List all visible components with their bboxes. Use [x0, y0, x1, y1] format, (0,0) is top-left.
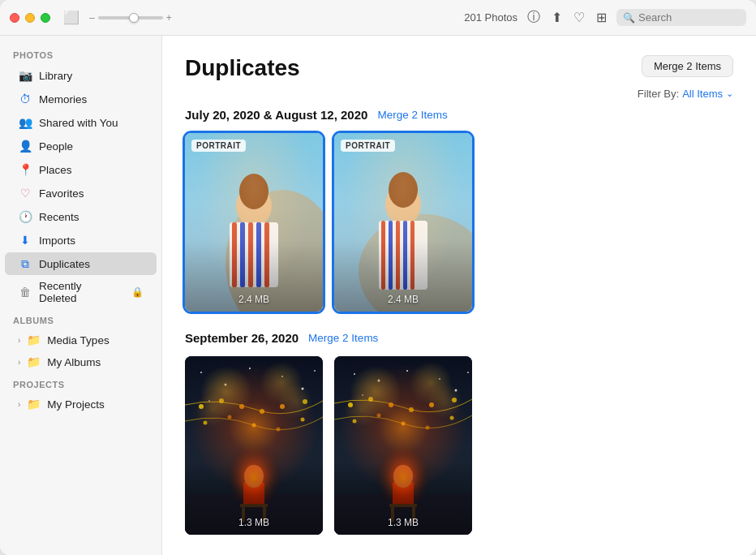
slideshow-icon[interactable]: ⬜: [63, 10, 79, 25]
close-button[interactable]: [10, 13, 19, 23]
sidebar-item-label: Recents: [39, 211, 79, 223]
sidebar-item-label: Duplicates: [39, 258, 90, 270]
chevron-right-icon: ›: [18, 400, 20, 409]
photo-size-1-1: 2.4 MB: [185, 294, 323, 305]
zoom-minus[interactable]: –: [89, 12, 95, 24]
page-title: Duplicates: [185, 55, 300, 81]
svg-point-13: [385, 184, 421, 225]
search-input[interactable]: [638, 11, 740, 24]
sidebar-item-label: Favorites: [39, 187, 84, 200]
library-icon: 📷: [18, 68, 32, 83]
trash-icon: 🗑: [18, 285, 32, 299]
svg-point-25: [225, 384, 227, 386]
photo-card-1-2[interactable]: PORTRAIT 2.4 MB: [334, 133, 472, 312]
sidebar-item-label: Media Types: [47, 334, 109, 346]
main-window: ⬜ – + 201 Photos ⓘ ⬆ ♡ ⊞ 🔍: [0, 0, 756, 555]
recents-icon: 🕐: [18, 209, 32, 224]
svg-rect-71: [389, 504, 417, 507]
sidebar-item-media-types[interactable]: › 📁 Media Types: [5, 329, 157, 351]
filter-chevron-icon[interactable]: ⌄: [726, 88, 733, 99]
sidebar-item-people[interactable]: 👤 People: [5, 135, 157, 157]
svg-rect-6: [248, 222, 253, 287]
filter-label: Filter By:: [638, 88, 679, 100]
toolbar-right: 201 Photos ⓘ ⬆ ♡ ⊞ 🔍: [464, 9, 746, 26]
sidebar-item-recents[interactable]: 🕐 Recents: [5, 205, 157, 228]
lock-icon: 🔒: [131, 286, 144, 298]
zoom-slider[interactable]: – +: [89, 12, 172, 24]
svg-rect-49: [334, 356, 472, 535]
sidebar-item-library[interactable]: 📷 Library: [5, 64, 157, 87]
folder-icon: 📁: [27, 398, 41, 411]
share-icon[interactable]: ⬆: [552, 10, 562, 25]
layout-icon[interactable]: ⊞: [596, 10, 607, 25]
photos-section-label: Photos: [0, 44, 161, 63]
zoom-plus[interactable]: +: [166, 12, 172, 24]
photo-group-1: July 20, 2020 & August 12, 2020 Merge 2 …: [185, 108, 733, 312]
photo-card-2-2[interactable]: 1.3 MB: [334, 356, 472, 535]
sidebar-item-places[interactable]: 📍 Places: [5, 158, 157, 181]
sidebar-item-duplicates[interactable]: ⧉ Duplicates: [5, 252, 157, 275]
main-layout: Photos 📷 Library ⏱ Memories 👥 Shared wit…: [0, 36, 756, 555]
slider-thumb[interactable]: [129, 13, 139, 23]
sidebar-item-shared-with-you[interactable]: 👥 Shared with You: [5, 111, 157, 134]
photo-size-2-1: 1.3 MB: [185, 517, 323, 528]
memories-icon: ⏱: [18, 92, 32, 106]
sidebar-item-imports[interactable]: ⬇ Imports: [5, 229, 157, 252]
sidebar-item-recently-deleted[interactable]: 🗑 Recently Deleted 🔒: [5, 276, 157, 308]
svg-rect-43: [243, 482, 264, 506]
svg-rect-15: [381, 221, 385, 290]
sidebar-item-label: Imports: [39, 234, 75, 247]
filter-row: Filter By: All Items ⌄: [185, 88, 733, 100]
sidebar-item-label: Library: [39, 70, 72, 82]
sidebar: Photos 📷 Library ⏱ Memories 👥 Shared wit…: [0, 36, 162, 555]
merge-button-top[interactable]: Merge 2 Items: [642, 55, 733, 77]
svg-point-74: [367, 437, 440, 527]
folder-icon: 📁: [27, 355, 41, 368]
svg-point-58: [368, 397, 373, 402]
sidebar-item-favorites[interactable]: ♡ Favorites: [5, 182, 157, 204]
svg-point-60: [409, 407, 414, 412]
chevron-right-icon: ›: [18, 336, 20, 345]
night-photo-2: [334, 356, 472, 535]
chevron-right-icon: ›: [18, 358, 20, 367]
places-icon: 📍: [18, 162, 32, 177]
photo-card-2-1[interactable]: 1.3 MB: [185, 356, 323, 535]
photo-artwork-3: [185, 356, 323, 535]
svg-rect-22: [334, 133, 472, 312]
slider-track[interactable]: [98, 16, 163, 19]
search-box[interactable]: 🔍: [616, 9, 746, 26]
sidebar-item-my-albums[interactable]: › 📁 My Albums: [5, 351, 157, 372]
page-header: Duplicates Merge 2 Items: [185, 55, 733, 81]
filter-value[interactable]: All Items: [682, 88, 723, 100]
svg-rect-10: [185, 133, 323, 312]
svg-rect-18: [403, 221, 407, 290]
sidebar-item-my-projects[interactable]: › 📁 My Projects: [5, 394, 157, 415]
minimize-button[interactable]: [25, 13, 35, 23]
svg-point-39: [252, 424, 256, 428]
svg-point-66: [426, 426, 430, 430]
heart-icon[interactable]: ♡: [573, 10, 585, 25]
sidebar-item-memories[interactable]: ⏱ Memories: [5, 88, 157, 110]
svg-point-67: [450, 416, 454, 420]
svg-point-9: [239, 174, 268, 209]
svg-rect-11: [334, 133, 472, 312]
sidebar-item-label: Places: [39, 164, 72, 176]
svg-point-56: [467, 372, 469, 373]
svg-point-51: [378, 380, 380, 382]
svg-point-57: [348, 402, 353, 407]
photo-card-1-1[interactable]: PORTRAIT 2.4 MB: [185, 133, 323, 312]
svg-point-27: [281, 376, 283, 377]
photo-size-2-2: 1.3 MB: [334, 517, 472, 528]
svg-rect-3: [230, 222, 278, 287]
svg-point-55: [362, 394, 363, 396]
photos-row-2: 1.3 MB: [185, 356, 733, 535]
info-icon[interactable]: ⓘ: [527, 9, 540, 26]
svg-point-44: [244, 465, 264, 488]
merge-link-2[interactable]: Merge 2 Items: [308, 332, 378, 344]
svg-point-35: [280, 404, 285, 409]
maximize-button[interactable]: [41, 13, 50, 23]
photo-group-2: September 26, 2020 Merge 2 Items: [185, 331, 733, 535]
merge-link-1[interactable]: Merge 2 Items: [377, 109, 447, 121]
photo-count: 201 Photos: [464, 11, 518, 24]
photo-artwork-1: [185, 133, 323, 312]
